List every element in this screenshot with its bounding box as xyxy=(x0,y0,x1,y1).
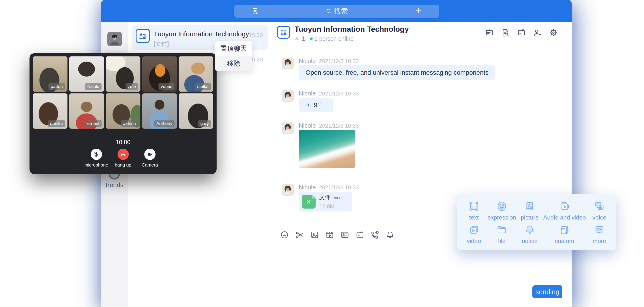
expression-icon xyxy=(496,201,508,212)
panel-label: file xyxy=(498,238,506,245)
sender-avatar[interactable] xyxy=(282,90,294,102)
panel-item-more[interactable]: more xyxy=(592,224,606,245)
sender-avatar[interactable] xyxy=(282,57,294,69)
chat-panel: Tuoyun Information Technology 1 1 person… xyxy=(272,22,572,307)
avatar-image xyxy=(282,184,294,196)
image-attachment-beach[interactable] xyxy=(299,130,355,168)
participant-tile: zoie xyxy=(106,56,140,92)
group-files-button[interactable] xyxy=(517,28,526,37)
sender-avatar[interactable] xyxy=(282,122,294,134)
avatar-image xyxy=(282,90,294,102)
voice-bubble[interactable]: 9`` xyxy=(299,98,334,112)
voice-icon xyxy=(594,201,605,212)
video-icon xyxy=(468,224,480,236)
message-time: 2021/12/3 10:33 xyxy=(319,123,359,129)
panel-item-custom[interactable]: custom xyxy=(555,224,574,245)
group-avatar[interactable] xyxy=(277,26,290,39)
emoji-icon xyxy=(280,230,289,239)
user-avatar[interactable] xyxy=(107,32,122,46)
trends-label[interactable]: trends xyxy=(101,181,128,189)
announcement-board-icon xyxy=(485,28,494,37)
panel-label: video xyxy=(467,238,481,245)
video-call-button[interactable] xyxy=(370,230,380,239)
participant-grid: patton Nicole zoie venus stellar danika … xyxy=(33,56,213,129)
announcement-button[interactable] xyxy=(485,28,494,37)
member-count: 1 xyxy=(302,35,305,42)
panel-item-voice[interactable]: voice xyxy=(592,201,606,221)
add-button[interactable]: + xyxy=(398,5,439,17)
participant-name: Nicole xyxy=(85,83,102,90)
clipboard-call-button[interactable] xyxy=(234,5,276,17)
panel-item-notice[interactable]: notice xyxy=(522,224,538,245)
participant-tile: aldrich xyxy=(106,93,140,129)
sender-name: Nicole xyxy=(299,90,316,97)
screenshot-button[interactable] xyxy=(295,230,304,239)
online-dot xyxy=(310,37,312,40)
settings-gear-icon xyxy=(549,28,558,37)
camera-toggle-button[interactable] xyxy=(144,149,156,160)
sender-name: Nicole xyxy=(299,122,316,129)
image-icon xyxy=(310,230,319,239)
top-bar: 搜索 + xyxy=(101,0,572,22)
hangup-control: hang up xyxy=(110,149,136,168)
message-time: 2021/12/3 10:33 xyxy=(319,184,359,191)
sender-avatar[interactable] xyxy=(282,184,294,196)
participant-name: ernest xyxy=(85,120,102,127)
chat-subtitle: 1 1 person online xyxy=(294,35,354,42)
microphone-mute-button[interactable] xyxy=(91,149,102,160)
search-icon xyxy=(326,8,332,14)
message-voice: Nicole 2021/12/3 10:33 9`` xyxy=(282,90,572,112)
video-clip-button[interactable] xyxy=(325,230,334,239)
bell-icon xyxy=(386,230,395,239)
folder-icon xyxy=(356,230,364,239)
settings-button[interactable] xyxy=(549,28,558,37)
chat-title: Tuoyun Information Technology xyxy=(294,25,409,33)
menu-item-remove[interactable]: 移除 xyxy=(215,56,252,71)
panel-item-expression[interactable]: expression xyxy=(487,201,516,221)
file-name: 文件 xyxy=(319,194,330,200)
building-icon xyxy=(138,31,147,40)
chat-header: Tuoyun Information Technology 1 1 person… xyxy=(272,22,572,43)
panel-item-file[interactable]: file xyxy=(496,224,508,245)
message-type-panel: text expression picture xyxy=(457,194,616,250)
hang-up-button[interactable] xyxy=(118,149,129,160)
panel-label: custom xyxy=(555,238,574,245)
participant-tile: patton xyxy=(33,56,68,92)
participant-tile: Nicole xyxy=(69,56,104,92)
message-time: 2021/12/3 10:33 xyxy=(319,90,359,97)
file-folder-icon xyxy=(496,224,508,236)
image-button[interactable] xyxy=(310,230,319,239)
hangup-label: hang up xyxy=(115,162,131,168)
participant-tile: Anthony xyxy=(142,93,177,129)
members-icon xyxy=(294,36,300,41)
video-clip-icon xyxy=(325,230,334,239)
menu-item-pin-chat[interactable]: 置顶聊天 xyxy=(215,41,252,56)
hang-up-icon xyxy=(120,151,126,158)
participant-name: venus xyxy=(158,83,175,90)
panel-item-audio-video[interactable]: Audio and video xyxy=(543,201,586,221)
microphone-control: microphone xyxy=(83,149,110,168)
panel-label: voice xyxy=(592,214,606,221)
contact-card-icon xyxy=(340,230,350,239)
file-bubble[interactable]: 文件 .excel 12.8M xyxy=(299,192,352,212)
panel-label: Audio and video xyxy=(543,214,586,221)
file-button[interactable] xyxy=(356,230,364,239)
chat-history-button[interactable] xyxy=(501,28,510,37)
panel-item-picture[interactable]: picture xyxy=(521,201,538,221)
participant-tile: stellar xyxy=(178,56,213,92)
panel-label: notice xyxy=(522,238,538,245)
emoji-button[interactable] xyxy=(280,230,289,239)
sender-name: Nicole xyxy=(299,57,316,65)
search-input[interactable]: 搜索 xyxy=(276,5,398,17)
notification-button[interactable] xyxy=(386,230,395,239)
panel-item-video[interactable]: video xyxy=(467,224,481,245)
add-member-button[interactable] xyxy=(533,28,542,37)
send-button[interactable]: sending xyxy=(532,285,562,298)
camera-label: Camera xyxy=(142,162,158,168)
folder-icon xyxy=(517,28,526,37)
clipboard-call-icon xyxy=(251,7,259,15)
user-avatar-image xyxy=(107,32,122,46)
panel-item-text[interactable]: text xyxy=(468,201,480,221)
contact-card-button[interactable] xyxy=(340,230,350,239)
plus-icon: + xyxy=(416,6,422,16)
